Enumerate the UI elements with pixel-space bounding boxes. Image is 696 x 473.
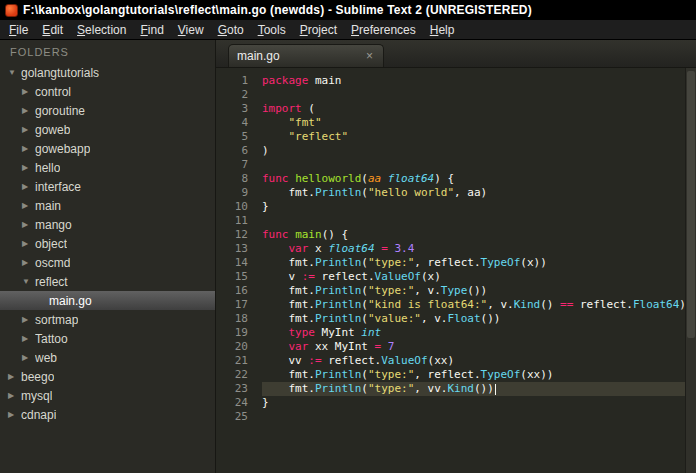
code-line[interactable]: 21 vv := reflect.ValueOf(xx) xyxy=(216,354,696,368)
line-number: 12 xyxy=(216,228,262,242)
tree-item-label: web xyxy=(35,351,57,365)
chevron-right-icon[interactable]: ▶ xyxy=(22,196,35,215)
chevron-right-icon[interactable]: ▶ xyxy=(22,253,35,272)
chevron-right-icon[interactable]: ▶ xyxy=(22,310,35,329)
code-token: Println xyxy=(315,284,361,297)
menu-item-help[interactable]: Help xyxy=(423,22,462,38)
tree-item-main-go[interactable]: main.go xyxy=(0,291,215,310)
close-icon[interactable]: × xyxy=(364,49,375,63)
code-line[interactable]: 24} xyxy=(216,396,696,410)
code-line[interactable]: 16 fmt.Println("type:", v.Type()) xyxy=(216,284,696,298)
sublime-window: F:\kanbox\golangtutorials\reflect\main.g… xyxy=(0,0,696,473)
code-line[interactable]: 13 var x float64 = 3.4 xyxy=(216,242,696,256)
menu-item-file[interactable]: File xyxy=(2,22,35,38)
vertical-scrollbar[interactable] xyxy=(685,68,696,473)
code-line[interactable]: 20 var xx MyInt = 7 xyxy=(216,340,696,354)
code-token: ( xyxy=(361,284,368,297)
tree-item-cdnapi[interactable]: ▶cdnapi xyxy=(0,405,215,424)
chevron-right-icon[interactable]: ▶ xyxy=(22,348,35,367)
code-line[interactable]: 25 xyxy=(216,410,696,424)
chevron-right-icon[interactable]: ▶ xyxy=(22,139,35,158)
chevron-right-icon[interactable]: ▶ xyxy=(22,329,35,348)
code-line[interactable]: 4 "fmt" xyxy=(216,116,696,130)
code-line[interactable]: 9 fmt.Println("hello world", aa) xyxy=(216,186,696,200)
tree-item-goroutine[interactable]: ▶goroutine xyxy=(0,101,215,120)
code-line[interactable]: 14 fmt.Println("type:", reflect.TypeOf(x… xyxy=(216,256,696,270)
menu-item-project[interactable]: Project xyxy=(293,22,344,38)
tree-item-interface[interactable]: ▶interface xyxy=(0,177,215,196)
code-token: fmt. xyxy=(262,368,315,381)
code-area[interactable]: 1package main23import (4 "fmt"5 "reflect… xyxy=(216,74,696,424)
chevron-right-icon[interactable]: ▶ xyxy=(22,82,35,101)
chevron-right-icon[interactable]: ▶ xyxy=(8,386,21,405)
tree-item-object[interactable]: ▶object xyxy=(0,234,215,253)
code-line[interactable]: 1package main xyxy=(216,74,696,88)
code-line[interactable]: 5 "reflect" xyxy=(216,130,696,144)
code-line[interactable]: 22 fmt.Println("type:", reflect.TypeOf(x… xyxy=(216,368,696,382)
menu-item-preferences[interactable]: Preferences xyxy=(344,22,423,38)
chevron-right-icon[interactable]: ▶ xyxy=(22,177,35,196)
tree-item-mysql[interactable]: ▶mysql xyxy=(0,386,215,405)
code-text: v := reflect.ValueOf(x) xyxy=(262,270,696,284)
code-line[interactable]: 12func main() { xyxy=(216,228,696,242)
menu-item-selection[interactable]: Selection xyxy=(70,22,133,38)
code-line[interactable]: 10} xyxy=(216,200,696,214)
tree-item-goweb[interactable]: ▶goweb xyxy=(0,120,215,139)
scrollbar-thumb[interactable] xyxy=(687,71,695,338)
code-line[interactable]: 23 fmt.Println("type:", vv.Kind()) xyxy=(216,382,696,396)
chevron-down-icon[interactable]: ▼ xyxy=(22,272,35,291)
tree-item-control[interactable]: ▶control xyxy=(0,82,215,101)
menu-item-edit[interactable]: Edit xyxy=(35,22,70,38)
tree-item-gowebapp[interactable]: ▶gowebapp xyxy=(0,139,215,158)
tab-bar: main.go × xyxy=(216,40,696,68)
tree-item-label: reflect xyxy=(35,275,68,289)
menu-item-goto[interactable]: Goto xyxy=(211,22,251,38)
code-token: (x) xyxy=(421,270,441,283)
line-number: 21 xyxy=(216,354,262,368)
code-token: ( xyxy=(302,102,315,115)
tree-item-mango[interactable]: ▶mango xyxy=(0,215,215,234)
code-line[interactable]: 8func helloworld(aa float64) { xyxy=(216,172,696,186)
line-number: 3 xyxy=(216,102,262,116)
chevron-right-icon[interactable]: ▶ xyxy=(22,215,35,234)
chevron-right-icon[interactable]: ▶ xyxy=(22,120,35,139)
menu-item-tools[interactable]: Tools xyxy=(251,22,293,38)
chevron-right-icon[interactable]: ▶ xyxy=(8,405,21,424)
code-token: , aa) xyxy=(454,186,487,199)
line-number: 22 xyxy=(216,368,262,382)
tree-item-hello[interactable]: ▶hello xyxy=(0,158,215,177)
tree-item-label: main.go xyxy=(49,294,92,308)
code-line[interactable]: 17 fmt.Println("kind is float64:", v.Kin… xyxy=(216,298,696,312)
menu-item-find[interactable]: Find xyxy=(133,22,170,38)
chevron-down-icon[interactable]: ▼ xyxy=(8,63,21,82)
menu-item-view[interactable]: View xyxy=(171,22,211,38)
chevron-right-icon[interactable]: ▶ xyxy=(22,234,35,253)
code-text xyxy=(262,214,696,228)
code-token: , v. xyxy=(487,298,514,311)
code-line[interactable]: 11 xyxy=(216,214,696,228)
code-line[interactable]: 2 xyxy=(216,88,696,102)
code-line[interactable]: 18 fmt.Println("value:", v.Float()) xyxy=(216,312,696,326)
chevron-right-icon[interactable]: ▶ xyxy=(22,158,35,177)
code-text: } xyxy=(262,396,696,410)
code-token: Println xyxy=(315,382,361,395)
chevron-right-icon[interactable]: ▶ xyxy=(8,367,21,386)
tree-item-reflect[interactable]: ▼reflect xyxy=(0,272,215,291)
code-line[interactable]: 3import ( xyxy=(216,102,696,116)
code-token xyxy=(262,116,289,129)
code-line[interactable]: 6) xyxy=(216,144,696,158)
tree-item-web[interactable]: ▶web xyxy=(0,348,215,367)
tree-item-tattoo[interactable]: ▶Tattoo xyxy=(0,329,215,348)
tree-item-golangtutorials[interactable]: ▼golangtutorials xyxy=(0,63,215,82)
tree-item-main[interactable]: ▶main xyxy=(0,196,215,215)
code-line[interactable]: 15 v := reflect.ValueOf(x) xyxy=(216,270,696,284)
code-line[interactable]: 7 xyxy=(216,158,696,172)
chevron-right-icon[interactable]: ▶ xyxy=(22,101,35,120)
tree-item-beego[interactable]: ▶beego xyxy=(0,367,215,386)
code-text: fmt.Println("value:", v.Float()) xyxy=(262,312,696,326)
tree-item-oscmd[interactable]: ▶oscmd xyxy=(0,253,215,272)
tree-item-sortmap[interactable]: ▶sortmap xyxy=(0,310,215,329)
tab-main-go[interactable]: main.go × xyxy=(228,44,384,67)
code-token: := xyxy=(302,270,315,283)
code-line[interactable]: 19 type MyInt int xyxy=(216,326,696,340)
